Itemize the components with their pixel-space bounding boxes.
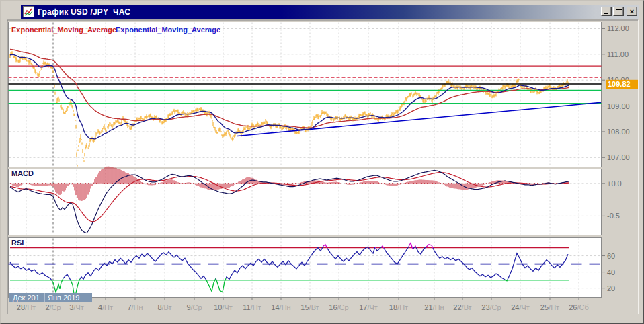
date-label: 16/Ср — [329, 303, 348, 311]
main-panel[interactable] — [9, 22, 602, 167]
date-label: 15/Вт — [300, 303, 319, 311]
chart-area[interactable]: Exponential_Moving_AverageExponential_Mo… — [1, 1, 644, 324]
date-label: 18/Пт — [389, 303, 408, 311]
svg-text:Янв 2019: Янв 2019 — [48, 294, 79, 302]
date-label: 4/Пт — [98, 303, 113, 311]
date-label: 26/Сб — [569, 303, 589, 311]
svg-text:+0.0: +0.0 — [607, 179, 622, 188]
date-label: 28/Пт — [17, 303, 36, 311]
date-label: 22/Вт — [453, 303, 471, 311]
svg-text:60: 60 — [607, 252, 615, 260]
legend-ema-blue: Exponential_Moving_Average — [116, 26, 220, 34]
macd-label: MACD — [11, 169, 34, 177]
date-label: 23/Ср — [481, 303, 501, 311]
chart-window: График USD /JPY ЧАС × Exponential_Moving… — [0, 0, 644, 324]
svg-text:40: 40 — [607, 268, 615, 276]
date-label: 2/Ср — [45, 303, 61, 311]
date-label: 9/Ср — [186, 303, 202, 311]
legend-ema-red: Exponential_Moving_Average — [11, 26, 116, 34]
date-label: 17/Чт — [359, 303, 378, 311]
rsi-label: RSI — [11, 239, 24, 247]
date-label: 24/Чт — [511, 303, 530, 311]
date-label: 14/Пн — [271, 303, 290, 311]
date-label: 8/Вт — [157, 303, 171, 311]
svg-text:-0.5: -0.5 — [607, 212, 620, 220]
svg-text:107.00: 107.00 — [607, 153, 630, 161]
date-label: 10/Чт — [214, 303, 233, 311]
svg-text:109.00: 109.00 — [607, 102, 630, 110]
date-label: 3/Чт — [69, 303, 84, 311]
date-label: 11/Пт — [243, 303, 261, 311]
svg-text:111.00: 111.00 — [607, 50, 629, 58]
price-axis-labels — [602, 28, 605, 288]
svg-text:Дек 201: Дек 201 — [13, 294, 40, 302]
date-label: 21/Пн — [424, 303, 444, 311]
date-label: 7/Пн — [127, 303, 143, 311]
screenshot-stage: График USD /JPY ЧАС × Exponential_Moving… — [0, 0, 644, 324]
svg-text:109.82: 109.82 — [608, 80, 631, 88]
svg-text:112.00: 112.00 — [607, 24, 629, 32]
time-axis-labels — [26, 298, 579, 300]
svg-text:20: 20 — [607, 284, 615, 292]
date-label: 25/Пт — [540, 303, 559, 311]
svg-text:108.00: 108.00 — [607, 128, 630, 136]
